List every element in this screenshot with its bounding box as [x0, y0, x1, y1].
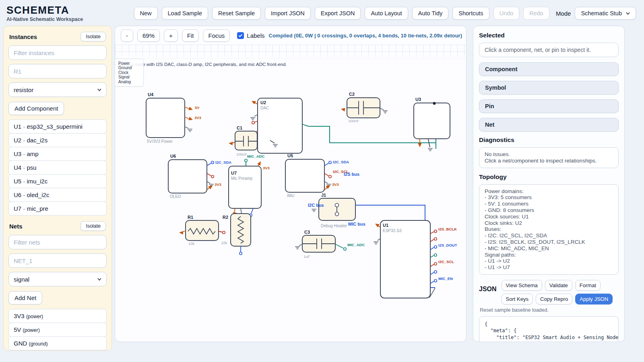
- svg-text:DAC: DAC: [260, 106, 269, 110]
- svg-text:R1: R1: [188, 215, 193, 220]
- net-label-3v3[interactable]: 3V3: [263, 166, 270, 170]
- instance-row-u2[interactable]: U2 · dac_i2s: [8, 133, 107, 147]
- zoom-out-button[interactable]: -: [121, 29, 133, 42]
- nets-title: Nets: [9, 223, 23, 230]
- mode-select[interactable]: Schematic Stub: [575, 7, 636, 20]
- zoom-in-button[interactable]: +: [164, 29, 178, 42]
- net-row-5v[interactable]: 5V (power): [8, 323, 107, 337]
- accordion-symbol[interactable]: Symbol: [479, 81, 619, 95]
- net-label-mic-adc[interactable]: MIC_ADC: [247, 154, 264, 158]
- apply-json-button[interactable]: Apply JSON: [575, 294, 613, 304]
- ground-icon: [312, 209, 316, 212]
- bus-label-mic[interactable]: MIC bus: [348, 222, 365, 226]
- net-label-i2c-scl[interactable]: I2C_SCL: [438, 259, 454, 264]
- net-list: 3V3 (power) 5V (power) GND (ground) I2S_…: [8, 309, 107, 351]
- view-schema-button[interactable]: View Schema: [502, 280, 542, 291]
- net-label-i2c-sda[interactable]: I2C_SDA: [333, 160, 349, 164]
- canvas-toolbar: - 69% + Fit Focus Labels Compiled (0E, 0…: [115, 26, 466, 45]
- labels-toggle[interactable]: Labels: [237, 32, 264, 39]
- new-button[interactable]: New: [134, 7, 158, 20]
- add-component-button[interactable]: Add Component: [8, 102, 64, 115]
- json-header: JSON View Schema Validate Format Sort Ke…: [479, 280, 619, 304]
- net-label-3v3[interactable]: 3V3: [194, 115, 201, 120]
- net-name-input[interactable]: [8, 253, 107, 268]
- component-r2[interactable]: R2 10k: [221, 214, 251, 255]
- legend-analog: Analog: [118, 80, 141, 84]
- net-label-5v[interactable]: 5V: [195, 105, 200, 110]
- net-label-i2c-sda[interactable]: I2C_SDA: [215, 160, 231, 165]
- svg-text:C3: C3: [304, 230, 310, 234]
- component-u4[interactable]: U4 5V/3V3 Power 5V 3V3: [146, 92, 201, 144]
- net-label-3v3[interactable]: 3V3: [215, 182, 221, 187]
- svg-text:Debug Header: Debug Header: [321, 224, 347, 228]
- json-code[interactable]: { "meta": { "title": "ESP32 Smart Audio …: [485, 321, 613, 342]
- accordion-pin[interactable]: Pin: [479, 99, 619, 113]
- instances-isolate-button[interactable]: Isolate: [80, 32, 106, 41]
- copy-repro-button[interactable]: Copy Repro: [536, 294, 572, 304]
- net-type-select[interactable]: signal: [8, 272, 107, 286]
- component-u6[interactable]: U6 OLED I2C_SDA 3V3: [168, 154, 231, 199]
- net-label-mic-en[interactable]: MIC_EN: [438, 276, 453, 281]
- json-title: JSON: [479, 286, 497, 293]
- bus-label-i2s[interactable]: I2S bus: [344, 172, 359, 177]
- svg-text:100nF: 100nF: [348, 119, 359, 123]
- undo-button[interactable]: Undo: [493, 7, 520, 20]
- ground-icon: [374, 242, 378, 244]
- instances-filter-input[interactable]: [8, 45, 107, 60]
- component-u1[interactable]: U1 ESP32-S3 I2S_BCLK I2S_DOUT I2C_SCL: [374, 220, 457, 298]
- nets-header: Nets Isolate: [9, 221, 106, 231]
- component-c2[interactable]: C2 100nF: [341, 92, 388, 123]
- component-u7[interactable]: U7 Mic Preamp 3V3: [229, 160, 270, 217]
- auto-layout-button[interactable]: Auto Layout: [365, 7, 408, 20]
- component-c3[interactable]: C3 MIC_ADC 1uF: [295, 230, 365, 259]
- fit-button[interactable]: Fit: [182, 29, 199, 42]
- shortcuts-button[interactable]: Shortcuts: [452, 7, 489, 20]
- load-sample-button[interactable]: Load Sample: [162, 7, 208, 20]
- net-label-i2s-dout[interactable]: I2S_DOUT: [438, 243, 457, 247]
- sidebar-right: Selected Click a component, net, or pin …: [473, 26, 625, 342]
- reset-sample-button[interactable]: Reset Sample: [212, 7, 261, 20]
- component-r1[interactable]: R1 10k: [179, 215, 225, 246]
- validate-button[interactable]: Validate: [545, 280, 572, 291]
- accordion-net[interactable]: Net: [479, 118, 619, 132]
- header-actions: New Load Sample Reset Sample Import JSON…: [134, 7, 636, 20]
- export-json-button[interactable]: Export JSON: [315, 7, 361, 20]
- format-button[interactable]: Format: [575, 280, 601, 291]
- selected-title: Selected: [479, 32, 619, 39]
- net-row-gnd[interactable]: GND (ground): [8, 336, 107, 350]
- auto-tidy-button[interactable]: Auto Tidy: [412, 7, 448, 20]
- instance-row-u6[interactable]: U6 · oled_i2c: [8, 188, 107, 202]
- component-u5[interactable]: U5 IMU I2C_SDA I2C_SCL 3V3: [285, 153, 349, 198]
- net-label-i2s-bclk[interactable]: I2S_BCLK: [438, 227, 457, 231]
- bus-label-i2c[interactable]: I2C bus: [308, 203, 324, 208]
- schematic-canvas[interactable]: ESP32 smart audio + sensing node with I2…: [115, 26, 466, 342]
- redo-button[interactable]: Redo: [523, 7, 549, 20]
- net-label-3v3[interactable]: 3V3: [332, 182, 339, 187]
- accordion-component[interactable]: Component: [479, 62, 619, 76]
- instance-row-u7[interactable]: U7 · mic_pre: [8, 202, 107, 216]
- component-ref-input[interactable]: [8, 64, 107, 78]
- json-buttons: View Schema Validate Format Sort Keys Co…: [502, 280, 619, 304]
- labels-checkbox[interactable]: [237, 32, 244, 39]
- nets-filter-input[interactable]: [8, 235, 107, 249]
- instance-row-u1[interactable]: U1 · esp32_s3_supermini: [8, 119, 107, 134]
- net-label-mic-adc[interactable]: MIC_ADC: [347, 243, 365, 247]
- json-status: Reset sample baseline loaded.: [480, 307, 619, 313]
- net-row-3v3[interactable]: 3V3 (power): [8, 309, 107, 323]
- pin-mic-adc[interactable]: [245, 159, 247, 162]
- component-type-select[interactable]: resistor: [8, 82, 107, 97]
- zoom-level-button[interactable]: 69%: [137, 29, 160, 42]
- sort-keys-button[interactable]: Sort Keys: [502, 294, 533, 304]
- nets-isolate-button[interactable]: Isolate: [80, 221, 106, 231]
- import-json-button[interactable]: Import JSON: [265, 7, 311, 20]
- instance-row-u4[interactable]: U4 · psu: [8, 160, 107, 175]
- ground-icon: [188, 129, 192, 132]
- net-row-i2s-bclk[interactable]: I2S_BCLK (clock): [8, 350, 107, 351]
- json-editor[interactable]: { "meta": { "title": "ESP32 Smart Audio …: [479, 316, 619, 342]
- focus-button[interactable]: Focus: [203, 29, 230, 42]
- instance-row-u3[interactable]: U3 · amp: [8, 147, 107, 161]
- instance-row-u5[interactable]: U5 · imu_i2c: [8, 174, 107, 188]
- svg-text:U5: U5: [287, 153, 293, 158]
- component-u2[interactable]: U2 DAC: [250, 98, 305, 153]
- add-net-button[interactable]: Add Net: [8, 291, 42, 304]
